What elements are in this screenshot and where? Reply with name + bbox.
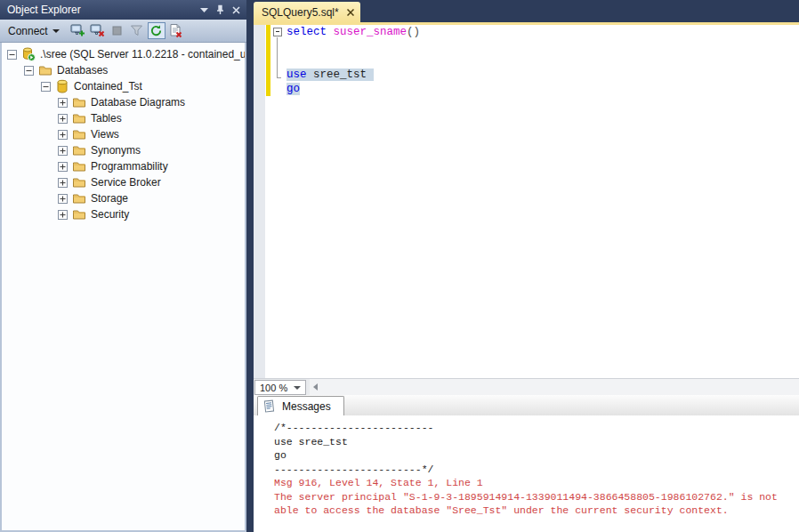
stop-icon[interactable]	[109, 22, 126, 39]
track-changes-bar	[266, 25, 270, 96]
messages-pane[interactable]: /*------------------------use sree_tstgo…	[254, 415, 799, 532]
message-line: The server principal "S-1-9-3-1895914914…	[274, 490, 799, 504]
server-connect-icon[interactable]	[69, 22, 87, 39]
message-line: /*------------------------	[274, 421, 799, 435]
server-disconnect-icon[interactable]	[89, 22, 107, 39]
tree-item-sree-sql-server-11-0-2218-contained-use[interactable]: .\sree (SQL Server 11.0.2218 - contained…	[2, 46, 245, 62]
server-icon	[21, 47, 36, 61]
collapse-icon[interactable]	[7, 50, 17, 60]
code-text: select suser_sname()use sree_tst go	[287, 25, 420, 96]
tree-item-label: Tables	[91, 112, 122, 125]
tree-item-views[interactable]: Views	[2, 126, 245, 142]
tree-item-security[interactable]: Security	[2, 206, 245, 222]
filter-icon[interactable]	[128, 22, 146, 39]
database-icon	[55, 79, 69, 93]
folder-icon	[72, 175, 86, 189]
error-log-icon[interactable]	[167, 22, 185, 39]
messages-icon	[262, 399, 277, 414]
document-tab-strip: SQLQuery5.sql*	[254, 0, 799, 22]
expand-icon[interactable]	[58, 114, 68, 124]
object-explorer-title: Object Explorer	[7, 4, 196, 16]
tree-item-label: .\sree (SQL Server 11.0.2218 - contained…	[40, 48, 245, 60]
tree-item-label: Service Broker	[91, 176, 161, 189]
message-line: ------------------------*/	[274, 463, 799, 477]
folder-icon	[72, 159, 86, 173]
folder-icon	[72, 111, 86, 125]
code-line: use sree_tst	[287, 68, 420, 82]
object-explorer-tree: .\sree (SQL Server 11.0.2218 - contained…	[2, 43, 245, 530]
expand-icon[interactable]	[58, 98, 68, 108]
editor-status-bar: 100 %	[254, 378, 799, 395]
message-line: go	[274, 448, 799, 463]
message-line: able to access the database "Sree_Tst" u…	[274, 504, 799, 518]
expand-icon[interactable]	[58, 146, 68, 156]
zoom-level-select[interactable]: 100 %	[254, 380, 306, 395]
outline-region-line	[277, 37, 281, 78]
tab-messages[interactable]: Messages	[257, 396, 344, 415]
zoom-level-value: 100 %	[260, 383, 287, 393]
code-line	[287, 39, 420, 53]
results-tab-strip: Messages	[254, 395, 799, 415]
chevron-down-icon	[52, 29, 60, 33]
code-editor[interactable]: select suser_sname()use sree_tst go	[254, 25, 799, 378]
expand-icon[interactable]	[58, 130, 68, 140]
window-position-icon[interactable]	[197, 4, 212, 17]
collapse-icon[interactable]	[24, 66, 34, 76]
folder-icon	[72, 127, 86, 141]
tree-item-label: Views	[91, 128, 119, 141]
connect-button[interactable]: Connect	[4, 23, 64, 39]
object-explorer-panel: Object Explorer Connect .\sree (SQL Serv…	[0, 0, 246, 532]
code-line: go	[287, 82, 420, 96]
chevron-down-icon	[294, 386, 301, 390]
tree-item-synonyms[interactable]: Synonyms	[2, 142, 245, 158]
connect-button-label: Connect	[8, 25, 48, 37]
tree-item-service-broker[interactable]: Service Broker	[2, 174, 245, 190]
tree-item-label: Storage	[91, 192, 128, 205]
refresh-icon[interactable]	[148, 22, 165, 39]
collapse-icon[interactable]	[41, 82, 51, 92]
object-explorer-titlebar: Object Explorer	[0, 0, 246, 20]
tab-sqlquery5[interactable]: SQLQuery5.sql*	[254, 2, 360, 22]
expand-icon[interactable]	[58, 210, 68, 220]
folder-icon	[38, 63, 52, 77]
close-icon[interactable]	[229, 4, 244, 17]
editor-area: SQLQuery5.sql* select suser_sname()use s…	[246, 0, 799, 532]
folder-icon	[72, 143, 86, 157]
tree-item-label: Synonyms	[91, 144, 141, 157]
code-line	[287, 53, 420, 68]
ssms-window: Object Explorer Connect .\sree (SQL Serv…	[0, 0, 799, 532]
code-line: select suser_sname()	[287, 25, 420, 39]
tree-item-label: Contained_Tst	[74, 80, 142, 93]
tree-item-label: Database Diagrams	[91, 96, 185, 109]
tree-item-databases[interactable]: Databases	[2, 62, 245, 78]
tree-item-contained-tst[interactable]: Contained_Tst	[2, 78, 245, 94]
tree-item-tables[interactable]: Tables	[2, 110, 245, 126]
tree-item-label: Programmability	[91, 160, 168, 173]
tree-item-storage[interactable]: Storage	[2, 190, 245, 206]
folder-icon	[72, 207, 86, 222]
horizontal-scrollbar[interactable]	[310, 379, 799, 395]
expand-icon[interactable]	[58, 194, 68, 204]
message-line: Msg 916, Level 14, State 1, Line 1	[274, 476, 799, 490]
tree-item-label: Databases	[57, 64, 108, 77]
tree-item-programmability[interactable]: Programmability	[2, 158, 245, 174]
tab-title: SQLQuery5.sql*	[262, 6, 339, 19]
scroll-left-icon[interactable]	[313, 383, 318, 391]
messages-tab-label: Messages	[282, 400, 331, 413]
folder-icon	[72, 191, 86, 206]
tree-item-database-diagrams[interactable]: Database Diagrams	[2, 94, 245, 110]
indicator-margin	[254, 25, 265, 378]
message-line: use sree_tst	[274, 435, 799, 449]
expand-icon[interactable]	[58, 162, 68, 172]
object-explorer-toolbar: Connect	[0, 20, 246, 43]
folder-icon	[72, 95, 86, 109]
tab-close-icon[interactable]	[347, 9, 354, 16]
expand-icon[interactable]	[58, 178, 68, 188]
pin-icon[interactable]	[213, 4, 228, 17]
collapse-region-icon[interactable]	[273, 28, 282, 36]
tree-item-label: Security	[91, 208, 129, 221]
